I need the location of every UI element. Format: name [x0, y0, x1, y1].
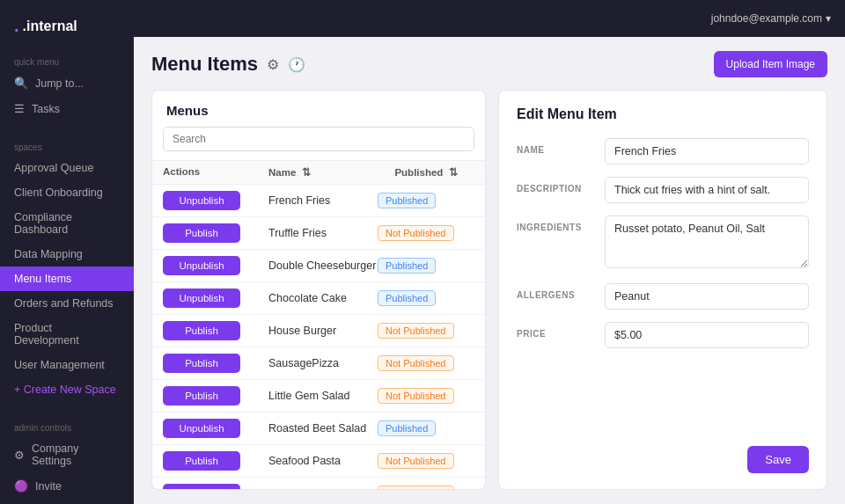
sidebar-label: Data Mapping	[14, 248, 83, 260]
create-new-space-button[interactable]: + Create New Space	[0, 377, 134, 402]
sidebar-item-approval-queue[interactable]: Approval Queue	[0, 156, 134, 180]
sidebar-label: Menu Items	[14, 273, 71, 285]
table-row: Publish House Burger Not Published	[152, 315, 485, 347]
clock-icon[interactable]: 🕐	[288, 56, 305, 73]
table-header: Actions Name ⇅ Published ⇅	[152, 160, 485, 185]
col-published: Published ⇅	[378, 166, 474, 179]
price-field: PRICE	[517, 322, 809, 348]
description-input[interactable]	[605, 177, 809, 203]
sidebar-item-invite[interactable]: 🟣 Invite	[0, 473, 134, 499]
item-name: Roasted Beet Salad	[268, 422, 378, 435]
sidebar-item-client-onboarding[interactable]: Client Onboarding	[0, 180, 134, 205]
item-name: French Fries	[268, 194, 378, 207]
status-cell: Not Published	[378, 355, 474, 371]
sidebar-item-menu-items[interactable]: Menu Items	[0, 267, 134, 291]
sidebar-item-navigation[interactable]: ✏ Navigation	[0, 499, 134, 504]
sidebar-label: Company Settings	[32, 442, 120, 467]
page-content: Menu Items ⚙ 🕐 Upload Item Image Menus A…	[134, 37, 845, 504]
page-title-row: Menu Items ⚙ 🕐	[151, 53, 305, 76]
sidebar-label: Client Onboarding	[14, 186, 103, 199]
search-icon: 🔍	[14, 77, 28, 90]
sidebar-item-tasks[interactable]: ☰ Tasks	[0, 96, 134, 121]
sidebar-item-orders-and-refunds[interactable]: Orders and Refunds	[0, 291, 134, 316]
price-input[interactable]	[605, 322, 809, 348]
name-label: NAME	[517, 138, 605, 164]
sidebar-item-jump-to[interactable]: 🔍 Jump to...	[0, 70, 134, 96]
edit-panel: Edit Menu Item NAME DESCRIPTION INGREDIE…	[498, 90, 827, 490]
unpublish-button[interactable]: Unpublish	[163, 419, 240, 438]
settings-icon[interactable]: ⚙	[267, 56, 279, 73]
action-cell: Unpublish	[163, 191, 268, 210]
item-name: Chocolate Cake	[268, 292, 378, 304]
col-published-label: Published	[394, 167, 443, 178]
unpublish-button[interactable]: Unpublish	[163, 289, 240, 308]
sidebar-item-data-mapping[interactable]: Data Mapping	[0, 242, 134, 267]
save-button[interactable]: Save	[747, 446, 809, 473]
user-menu[interactable]: johndoe@example.com ▾	[711, 12, 831, 25]
table-row: Unpublish Chocolate Cake Published	[152, 282, 485, 315]
action-cell: Unpublish	[163, 419, 268, 438]
publish-button[interactable]: Publish	[163, 451, 240, 471]
sidebar: ..internal Quick menu 🔍 Jump to... ☰ Tas…	[0, 0, 134, 504]
sidebar-item-company-settings[interactable]: ⚙ Company Settings	[0, 436, 134, 473]
upload-item-image-button[interactable]: Upload Item Image	[714, 51, 827, 77]
name-input[interactable]	[605, 138, 809, 164]
publish-button[interactable]: Publish	[163, 386, 240, 405]
unpublish-button[interactable]: Unpublish	[163, 191, 240, 210]
table-row: Unpublish Double Cheeseburger Published	[152, 250, 485, 282]
search-input[interactable]	[163, 127, 474, 151]
status-cell: Not Published	[378, 225, 474, 241]
col-name-label: Name	[268, 167, 296, 178]
sidebar-label: Approval Queue	[14, 162, 93, 174]
page-title: Menu Items	[151, 53, 258, 76]
status-cell: Published	[378, 193, 474, 208]
status-cell: Published	[378, 420, 474, 436]
table-row: Publish Pasta with Meatballs Not Publish…	[152, 478, 485, 489]
sidebar-item-product-development[interactable]: Product Development	[0, 316, 134, 353]
action-cell: Publish	[163, 386, 268, 405]
publish-button[interactable]: Publish	[163, 321, 240, 340]
quick-menu-label: Quick menu	[0, 50, 134, 70]
sidebar-label: Product Development	[14, 322, 120, 347]
invite-icon: 🟣	[14, 479, 28, 493]
item-name: Truffle Fries	[268, 227, 378, 239]
app-name: .internal	[23, 18, 77, 34]
admin-controls-label: Admin controls	[0, 416, 134, 436]
sort-icon[interactable]: ⇅	[302, 167, 311, 178]
table-row: Publish SausagePizza Not Published	[152, 347, 485, 380]
status-badge: Published	[378, 193, 436, 208]
sort-icon-published[interactable]: ⇅	[449, 167, 458, 178]
topbar: johndoe@example.com ▾	[134, 0, 845, 37]
publish-button[interactable]: Publish	[163, 484, 240, 489]
sidebar-item-user-management[interactable]: User Management	[0, 353, 134, 377]
name-field: NAME	[517, 138, 809, 164]
status-badge: Not Published	[378, 355, 454, 371]
allergens-input[interactable]	[605, 283, 809, 310]
status-cell: Not Published	[378, 388, 474, 404]
description-label: DESCRIPTION	[517, 177, 605, 203]
table-row: Publish Seafood Pasta Not Published	[152, 445, 485, 478]
status-badge: Published	[378, 290, 436, 306]
name-input-wrap	[605, 138, 809, 164]
allergens-input-wrap	[605, 283, 809, 310]
action-cell: Unpublish	[163, 256, 268, 275]
publish-button[interactable]: Publish	[163, 223, 240, 243]
allergens-field: ALLERGENS	[517, 283, 809, 310]
item-name: House Burger	[268, 325, 378, 337]
item-name: Little Gem Salad	[268, 390, 378, 402]
table-row: Publish Truffle Fries Not Published	[152, 217, 485, 250]
status-cell: Published	[378, 290, 474, 306]
action-cell: Publish	[163, 321, 268, 340]
create-space-label: + Create New Space	[14, 383, 116, 396]
status-badge: Published	[378, 258, 436, 274]
user-email: johndoe@example.com	[711, 12, 822, 25]
publish-button[interactable]: Publish	[163, 354, 240, 373]
sidebar-label: User Management	[14, 359, 105, 371]
ingredients-input[interactable]	[605, 215, 809, 268]
main-area: johndoe@example.com ▾ Menu Items ⚙ 🕐 Upl…	[134, 0, 845, 504]
logo-dot: .	[14, 16, 19, 36]
table-row: Publish Little Gem Salad Not Published	[152, 380, 485, 413]
unpublish-button[interactable]: Unpublish	[163, 256, 240, 275]
sidebar-item-compliance-dashboard[interactable]: Compliance Dashboard	[0, 205, 134, 242]
panels: Menus Actions Name ⇅ Published ⇅	[151, 90, 827, 490]
